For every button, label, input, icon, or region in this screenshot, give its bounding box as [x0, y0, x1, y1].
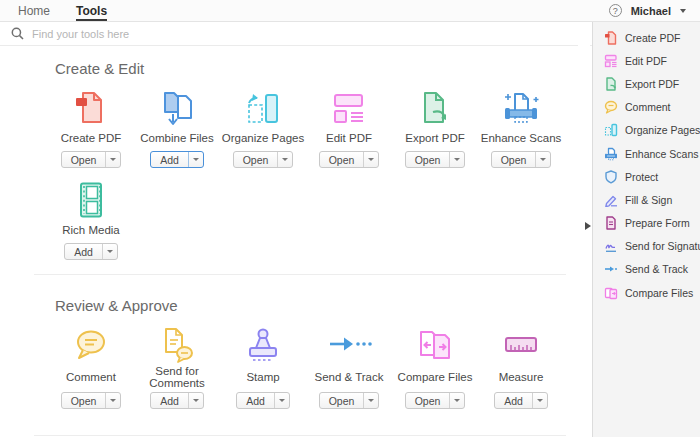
open-button[interactable]: Open — [491, 151, 552, 168]
button-label[interactable]: Open — [320, 152, 364, 167]
sidebar-item-organize-pages[interactable]: Organize Pages — [593, 119, 700, 142]
sidebar-item-compare-files[interactable]: Compare Files — [593, 281, 700, 304]
sidebar-item-label: Create PDF — [625, 32, 680, 44]
button-caret-icon[interactable] — [188, 393, 203, 408]
button-label[interactable]: Open — [62, 393, 106, 408]
sidebar-item-enhance-scans[interactable]: Enhance Scans — [593, 142, 700, 165]
send-and-track-icon — [604, 262, 618, 276]
button-label[interactable]: Open — [406, 393, 450, 408]
open-button[interactable]: Open — [61, 151, 122, 168]
sidebar-item-fill-and-sign[interactable]: Fill & Sign — [593, 188, 700, 211]
add-button[interactable]: Add — [150, 392, 204, 409]
tool-card-edit-pdf: Edit PDF Open — [306, 90, 392, 168]
sidebar-item-protect[interactable]: Protect — [593, 165, 700, 188]
add-button[interactable]: Add — [494, 392, 548, 409]
tool-label: Comment — [66, 364, 116, 390]
rich-media-icon — [67, 182, 115, 218]
tool-card-organize-pages: Organize Pages Open — [220, 90, 306, 168]
button-caret-icon[interactable] — [274, 393, 289, 408]
sidebar-item-send-for-signature[interactable]: Send for Signature — [593, 235, 700, 258]
acrobat-tools-page: { "topbar": { "tabs": [ { "label": "Home… — [0, 0, 700, 437]
button-caret-icon[interactable] — [105, 393, 120, 408]
sidebar-item-edit-pdf[interactable]: Edit PDF — [593, 49, 700, 72]
nav-tabs: Home Tools — [0, 0, 107, 21]
tool-label: Combine Files — [140, 127, 214, 149]
sidebar-item-create-pdf[interactable]: Create PDF — [593, 26, 700, 49]
button-caret-icon[interactable] — [449, 152, 464, 167]
sidebar-item-prepare-form[interactable]: Prepare Form — [593, 212, 700, 235]
compare-files-icon — [411, 327, 459, 363]
button-label[interactable]: Open — [234, 152, 278, 167]
add-button[interactable]: Add — [64, 243, 118, 260]
open-button[interactable]: Open — [61, 392, 122, 409]
sidebar-item-comment[interactable]: Comment — [593, 96, 700, 119]
user-menu-caret-icon[interactable] — [680, 9, 686, 13]
open-button[interactable]: Open — [319, 151, 380, 168]
tools-search-bar — [0, 22, 592, 46]
help-icon[interactable]: ? — [609, 4, 622, 17]
tools-sidebar: Create PDF Edit PDF Export PDF Comment — [592, 22, 700, 437]
stamp-icon — [239, 327, 287, 363]
user-menu-label[interactable]: Michael — [631, 5, 671, 17]
organize-pages-icon — [239, 90, 287, 126]
section-title: Create & Edit — [48, 60, 578, 77]
button-caret-icon[interactable] — [363, 393, 378, 408]
fill-and-sign-icon — [604, 193, 618, 207]
tool-label: Rich Media — [62, 219, 120, 241]
search-icon — [11, 27, 24, 40]
button-label[interactable]: Add — [151, 152, 188, 167]
search-input[interactable] — [32, 28, 592, 40]
tool-card-measure: Measure Add — [478, 327, 564, 409]
button-label[interactable]: Add — [65, 244, 102, 259]
tab-tools[interactable]: Tools — [76, 0, 107, 21]
button-caret-icon[interactable] — [277, 152, 292, 167]
button-caret-icon[interactable] — [363, 152, 378, 167]
button-caret-icon[interactable] — [535, 152, 550, 167]
tool-card-stamp: Stamp Add — [220, 327, 306, 409]
open-button[interactable]: Open — [319, 392, 380, 409]
sidebar-item-label: Edit PDF — [625, 55, 667, 67]
button-caret-icon[interactable] — [449, 393, 464, 408]
tool-card-compare-files: Compare Files Open — [392, 327, 478, 409]
button-label[interactable]: Open — [406, 152, 450, 167]
tool-card-send-and-track: Send & Track Open — [306, 327, 392, 409]
tool-card-combine-files: Combine Files Add — [134, 90, 220, 168]
button-label[interactable]: Open — [492, 152, 536, 167]
comment-icon — [604, 100, 618, 114]
export-pdf-icon — [411, 90, 459, 126]
send-for-signature-icon — [604, 239, 618, 253]
button-caret-icon[interactable] — [102, 244, 117, 259]
button-label[interactable]: Open — [320, 393, 364, 408]
tool-label: Create PDF — [61, 127, 122, 149]
section-title: Review & Approve — [48, 297, 566, 314]
button-caret-icon[interactable] — [188, 152, 203, 167]
open-button[interactable]: Open — [233, 151, 294, 168]
section-review-approve: Review & Approve Comment Open — [34, 274, 566, 423]
button-label[interactable]: Add — [237, 393, 274, 408]
sidebar-collapse-handle-icon[interactable] — [585, 222, 591, 230]
open-button[interactable]: Open — [405, 151, 466, 168]
topbar-right: ? Michael — [609, 0, 700, 21]
sidebar-item-label: Compare Files — [625, 287, 693, 299]
add-button[interactable]: Add — [150, 151, 204, 168]
edit-pdf-icon — [604, 54, 618, 68]
tab-home[interactable]: Home — [18, 0, 50, 21]
button-label[interactable]: Add — [495, 393, 532, 408]
tool-card-comment: Comment Open — [48, 327, 134, 409]
open-button[interactable]: Open — [405, 392, 466, 409]
sidebar-item-export-pdf[interactable]: Export PDF — [593, 72, 700, 95]
compare-files-icon — [604, 286, 618, 300]
sidebar-item-label: Enhance Scans — [625, 148, 699, 160]
tool-card-export-pdf: Export PDF Open — [392, 90, 478, 168]
button-caret-icon[interactable] — [105, 152, 120, 167]
button-caret-icon[interactable] — [532, 393, 547, 408]
add-button[interactable]: Add — [236, 392, 290, 409]
tool-card-create-pdf: Create PDF Open — [48, 90, 134, 168]
button-label[interactable]: Add — [151, 393, 188, 408]
sidebar-item-send-and-track[interactable]: Send & Track — [593, 258, 700, 281]
tool-label: Send & Track — [314, 364, 383, 390]
enhance-scans-icon — [604, 147, 618, 161]
button-label[interactable]: Open — [62, 152, 106, 167]
sidebar-item-label: Prepare Form — [625, 217, 690, 229]
tool-card-enhance-scans: Enhance Scans Open — [478, 90, 564, 168]
